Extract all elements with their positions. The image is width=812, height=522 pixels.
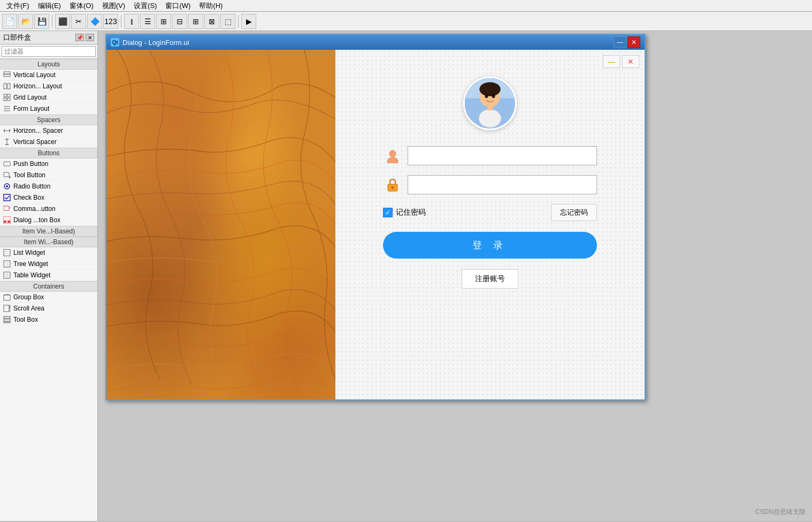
qt-dialog[interactable]: Qt Dialog - LoginForm.ui — ✕ xyxy=(105,34,646,400)
svg-point-57 xyxy=(389,150,396,157)
toolbar-edit3[interactable]: 🔷 xyxy=(87,14,102,29)
widget-grid-layout[interactable]: Grid Layout xyxy=(0,92,97,103)
menu-window[interactable]: 窗口(W) xyxy=(161,0,195,12)
toolbar-sep-1 xyxy=(52,15,52,28)
dialog-button-box-icon xyxy=(3,216,11,224)
horizontal-layout-icon xyxy=(3,82,11,90)
search-input[interactable] xyxy=(2,46,96,57)
password-input[interactable] xyxy=(408,175,597,194)
widget-radio-button[interactable]: Radio Button xyxy=(0,181,97,192)
toolbar-layout4[interactable]: ⊟ xyxy=(172,14,187,29)
svg-point-21 xyxy=(6,185,8,187)
widget-group-box[interactable]: GB Group Box xyxy=(0,292,97,303)
tool-box-icon xyxy=(3,316,11,323)
svg-point-53 xyxy=(485,95,488,99)
vertical-layout-icon xyxy=(3,71,11,79)
widget-list-widget[interactable]: List Widget xyxy=(0,247,97,259)
svg-rect-43 xyxy=(4,305,9,312)
menu-form[interactable]: 窗体(O) xyxy=(65,0,98,12)
username-input[interactable] xyxy=(408,146,597,165)
svg-rect-5 xyxy=(7,94,10,97)
push-button-icon xyxy=(3,160,11,168)
widget-command-button[interactable]: Comma...utton xyxy=(0,203,97,215)
widget-tool-box[interactable]: Tool Box xyxy=(0,314,97,326)
toolbar-layout1[interactable]: ⫿ xyxy=(124,14,139,29)
widget-horizontal-layout[interactable]: Horizon... Layout xyxy=(0,81,97,92)
toolbar: 📄 📂 💾 ⬛ ✂ 🔷 123 ⫿ ☰ ⊞ ⊟ ⊞ ⊠ ⬚ ▶ xyxy=(0,12,812,31)
section-item-widget: Item Wi...-Based) xyxy=(0,237,97,247)
lock-icon xyxy=(385,177,400,192)
qt-close-btn[interactable]: ✕ xyxy=(627,36,640,48)
svg-point-58 xyxy=(387,157,398,163)
widget-horiz-spacer[interactable]: Horizon... Spacer xyxy=(0,125,97,137)
widget-list: Layouts Vertical Layout Horizon... Layou… xyxy=(0,59,97,521)
toolbar-edit2[interactable]: ✂ xyxy=(71,14,86,29)
remember-label[interactable]: ✓ 记住密码 xyxy=(383,208,426,217)
svg-rect-4 xyxy=(4,94,6,97)
register-button[interactable]: 注册账号 xyxy=(462,269,518,289)
qt-minimize-btn[interactable]: — xyxy=(614,36,626,48)
remember-checkbox[interactable]: ✓ xyxy=(383,208,393,217)
svg-rect-56 xyxy=(487,105,492,110)
widget-tool-button[interactable]: Tool Button xyxy=(0,170,97,181)
menu-edit[interactable]: 编辑(E) xyxy=(34,0,65,12)
svg-rect-45 xyxy=(9,306,10,308)
checkbox-row: ✓ 记住密码 忘记密码 xyxy=(383,204,597,221)
form-close-btn[interactable]: ✕ xyxy=(622,55,639,68)
toolbar-layout7[interactable]: ⬚ xyxy=(220,14,235,29)
svg-rect-61 xyxy=(392,187,393,190)
menu-view[interactable]: 视图(V) xyxy=(98,0,129,12)
svg-rect-46 xyxy=(4,316,10,319)
panel-close-btn[interactable]: ✕ xyxy=(86,34,94,41)
menu-help[interactable]: 帮助(H) xyxy=(195,0,227,12)
watermark: CSDN@思绪无限 xyxy=(755,508,806,517)
avatar-image xyxy=(465,77,515,130)
widget-table-widget[interactable]: Table Widget xyxy=(0,270,97,281)
menubar: 文件(F) 编辑(E) 窗体(O) 视图(V) 设置(S) 窗口(W) 帮助(H… xyxy=(0,0,812,12)
menu-file[interactable]: 文件(F) xyxy=(2,0,34,12)
svg-point-55 xyxy=(479,109,501,127)
panel-pin-btn[interactable]: 📌 xyxy=(75,34,84,41)
toolbar-edit4[interactable]: 123 xyxy=(103,14,118,29)
svg-rect-2 xyxy=(4,84,6,89)
qt-title-icon: Qt xyxy=(111,38,119,47)
toolbar-open[interactable]: 📂 xyxy=(18,14,33,29)
toolbar-layout2[interactable]: ☰ xyxy=(140,14,155,29)
toolbar-save[interactable]: 💾 xyxy=(34,14,49,29)
command-button-icon xyxy=(3,205,11,213)
widget-form-layout[interactable]: Form Layout xyxy=(0,103,97,115)
svg-point-52 xyxy=(479,82,500,96)
widget-tree-widget[interactable]: Tree Widget xyxy=(0,259,97,270)
widget-vert-spacer[interactable]: Vertical Spacer xyxy=(0,137,97,148)
section-containers: Containers xyxy=(0,281,97,292)
qt-dialog-title: Dialog - LoginForm.ui xyxy=(122,39,610,47)
widget-scroll-area[interactable]: Scroll Area xyxy=(0,303,97,314)
widget-push-button[interactable]: Push Button xyxy=(0,158,97,170)
section-spacers: Spacers xyxy=(0,115,97,125)
tool-button-icon xyxy=(3,171,11,179)
topo-svg: .cl { fill: none; stroke-width: 1.2; } .… xyxy=(106,50,335,399)
panel-title-controls: 📌 ✕ xyxy=(75,34,94,41)
toolbar-layout6[interactable]: ⊠ xyxy=(204,14,219,29)
toolbar-new[interactable]: 📄 xyxy=(2,14,17,29)
panel-title: 口部件盒 xyxy=(3,33,31,42)
login-button[interactable]: 登 录 xyxy=(383,232,597,259)
toolbar-sep-3 xyxy=(238,15,239,28)
toolbar-preview[interactable]: ▶ xyxy=(241,14,256,29)
avatar-container xyxy=(463,77,517,130)
toolbar-layout5[interactable]: ⊞ xyxy=(188,14,203,29)
forgot-password-btn[interactable]: 忘记密码 xyxy=(551,204,597,221)
svg-rect-17 xyxy=(4,162,10,166)
widget-dialog-button-box[interactable]: Dialog ...ton Box xyxy=(0,215,97,226)
widget-vertical-layout[interactable]: Vertical Layout xyxy=(0,70,97,81)
svg-rect-18 xyxy=(4,172,9,177)
group-box-icon: GB xyxy=(3,293,11,301)
form-minimize-btn[interactable]: — xyxy=(603,55,620,68)
form-top-controls: — ✕ xyxy=(603,55,639,68)
widget-check-box[interactable]: Check Box xyxy=(0,192,97,203)
password-icon xyxy=(383,175,402,194)
toolbar-layout3[interactable]: ⊞ xyxy=(156,14,171,29)
menu-settings[interactable]: 设置(S) xyxy=(129,0,161,12)
toolbar-edit1[interactable]: ⬛ xyxy=(55,14,70,29)
radio-button-icon xyxy=(3,183,11,190)
